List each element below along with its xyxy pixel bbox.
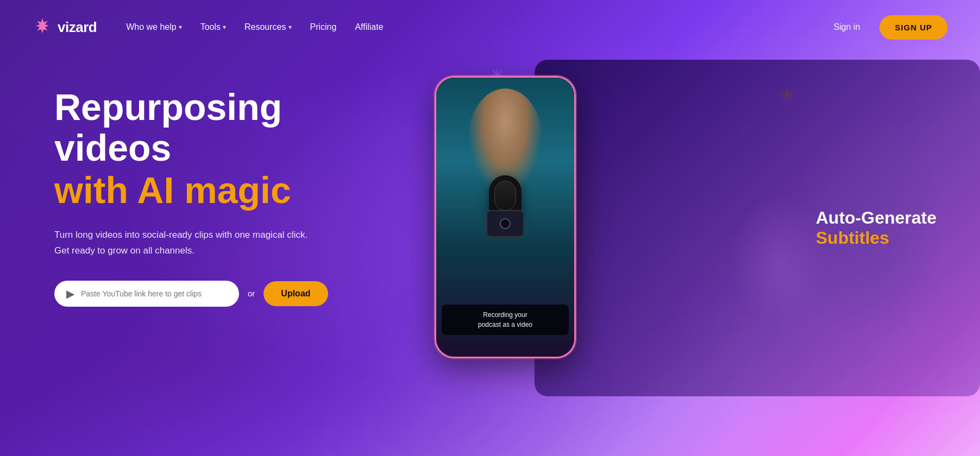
- camera-body: [486, 210, 524, 237]
- nav-item-affiliate[interactable]: Affiliate: [347, 18, 391, 36]
- nav-right: Sign in SIGN UP: [825, 15, 947, 40]
- sign-in-link[interactable]: Sign in: [825, 18, 869, 36]
- feature-bg-panel: Auto-Generate Subtitles: [535, 60, 980, 396]
- hero-content: Repurposing videos with AI magic Turn lo…: [0, 54, 980, 423]
- chevron-down-icon: ▾: [288, 23, 292, 31]
- feature-label: Auto-Generate Subtitles: [816, 207, 937, 248]
- nav-item-who-we-help[interactable]: Who we help ▾: [118, 18, 190, 36]
- subtitle-bar: Recording your podcast as a video: [442, 305, 569, 335]
- logo-icon: [33, 17, 52, 37]
- navigation: vizard Who we help ▾ Tools ▾ Resources ▾…: [0, 0, 980, 54]
- chevron-down-icon: ▾: [223, 23, 226, 31]
- phone-scene: Recording your podcast as a video: [436, 78, 574, 357]
- nav-item-resources[interactable]: Resources ▾: [237, 18, 299, 36]
- phone-mockup: Recording your podcast as a video: [435, 76, 576, 358]
- hero-headline: Repurposing videos with AI magic: [54, 87, 359, 212]
- mic-grille: [494, 181, 516, 211]
- hero-visual: Auto-Generate Subtitles: [391, 65, 937, 423]
- hero-subheadline: Turn long videos into social-ready clips…: [54, 227, 326, 259]
- logo[interactable]: vizard: [33, 17, 97, 37]
- hero-section: ✳ ✳ vizard Who we help ▾ Tools ▾: [0, 0, 980, 456]
- logo-text: vizard: [58, 19, 97, 36]
- nav-left: vizard Who we help ▾ Tools ▾ Resources ▾…: [33, 17, 391, 37]
- chevron-down-icon: ▾: [179, 23, 182, 31]
- headline-highlight: with AI magic: [54, 168, 359, 213]
- nav-item-tools[interactable]: Tools ▾: [193, 18, 234, 36]
- or-label: or: [248, 289, 255, 298]
- subtitle-text: Recording your podcast as a video: [449, 310, 561, 330]
- nav-item-pricing[interactable]: Pricing: [303, 18, 344, 36]
- youtube-link-input[interactable]: [81, 289, 227, 298]
- camera-lens: [500, 218, 511, 229]
- youtube-icon: ▶: [66, 287, 74, 300]
- sign-up-button[interactable]: SIGN UP: [880, 15, 947, 40]
- feature-subtitle: Subtitles: [816, 229, 937, 249]
- feature-title: Auto-Generate: [816, 207, 937, 228]
- nav-menu: Who we help ▾ Tools ▾ Resources ▾ Pricin…: [118, 18, 391, 36]
- youtube-input-wrap: ▶: [54, 281, 239, 307]
- hero-text: Repurposing videos with AI magic Turn lo…: [54, 65, 359, 307]
- upload-button[interactable]: Upload: [263, 281, 328, 306]
- cta-row: ▶ or Upload: [54, 281, 359, 307]
